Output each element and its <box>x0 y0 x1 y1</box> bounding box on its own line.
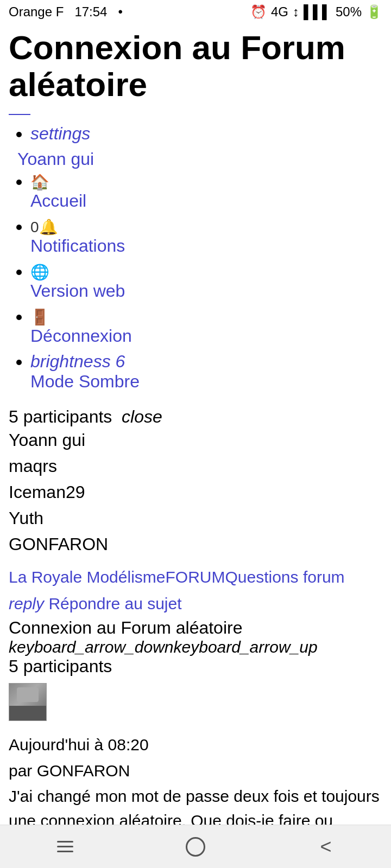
user-profile-link[interactable]: Yoann gui <box>17 149 94 169</box>
brightness-link[interactable]: brightness 6 <box>30 352 382 372</box>
participants-section: 5 participants close Yoann gui maqrs Ice… <box>0 401 391 563</box>
nav-user[interactable]: Yoann gui <box>9 149 382 169</box>
participant-5: GONFARON <box>9 531 382 557</box>
mode-sombre-link[interactable]: Mode Sombre <box>30 372 382 392</box>
nav-back-button[interactable]: < <box>304 831 348 863</box>
settings-link[interactable]: settings <box>30 124 90 143</box>
nav-menu: settings Yoann gui 🏠 Accueil 0🔔 Notifica… <box>0 115 391 401</box>
nav-item-deconnexion[interactable]: 🚪 Déconnexion <box>30 307 382 346</box>
participants-header: 5 participants close <box>9 407 382 427</box>
breadcrumb-link-3[interactable]: Questions forum <box>225 568 344 586</box>
participant-2: maqrs <box>9 453 382 479</box>
carrier-time: Orange F 17:54 • <box>9 4 123 20</box>
thread-title: Connexion au Forum aléatoire <box>9 618 382 638</box>
notifications-icon: 0🔔 <box>30 218 382 236</box>
deconnexion-link[interactable]: Déconnexion <box>30 326 382 346</box>
thread-participants-count: 5 participants <box>9 656 382 676</box>
nav-item-accueil[interactable]: 🏠 Accueil <box>30 171 382 211</box>
post-timestamp: Aujourd'hui à 08:20 <box>9 732 382 758</box>
participant-3: Iceman29 <box>9 479 382 505</box>
status-icons: ⏰ 4G ↕ ▌▌▌ 50% 🔋 <box>250 4 382 20</box>
menu-icon <box>57 841 73 852</box>
reply-link[interactable]: reply Répondre au sujet <box>9 595 182 612</box>
nav-home-button[interactable] <box>174 831 217 863</box>
nav-item-mode-sombre[interactable]: brightness 6 Mode Sombre <box>30 352 382 392</box>
nav-item-notifications[interactable]: 0🔔 Notifications <box>30 216 382 256</box>
thread-info: Connexion au Forum aléatoire keyboard_ar… <box>0 616 391 679</box>
breadcrumb-link-2[interactable]: FORUM <box>165 568 225 586</box>
avatar <box>9 683 47 721</box>
breadcrumb: La Royale ModélismeFORUMQuestions forum <box>0 563 391 591</box>
close-icon: close <box>122 407 162 426</box>
home-icon: 🏠 <box>30 173 382 191</box>
home-circle-icon <box>186 837 205 857</box>
status-bar: Orange F 17:54 • ⏰ 4G ↕ ▌▌▌ 50% 🔋 <box>0 0 391 24</box>
accueil-link[interactable]: Accueil <box>30 191 382 211</box>
back-icon: < <box>320 835 331 858</box>
logout-icon: 🚪 <box>30 308 382 326</box>
thread-nav-icons: keyboard_arrow_downkeyboard_arrow_up <box>9 638 382 656</box>
nav-menu-button[interactable] <box>43 831 87 863</box>
avatar-section <box>0 679 391 730</box>
reply-icon: reply <box>9 595 44 612</box>
version-web-link[interactable]: Version web <box>30 281 382 301</box>
nav-item-version-web[interactable]: 🌐 Version web <box>30 261 382 301</box>
nav-item-settings[interactable]: settings <box>30 124 382 144</box>
notifications-link[interactable]: Notifications <box>30 236 382 256</box>
page-title: Connexion au Forum aléatoire <box>0 24 391 103</box>
reply-section: reply Répondre au sujet <box>0 591 391 616</box>
bottom-nav: < <box>0 825 391 868</box>
breadcrumb-link-1[interactable]: La Royale Modélisme <box>9 568 165 586</box>
web-icon: 🌐 <box>30 263 382 281</box>
post-author: par GONFARON <box>9 758 382 784</box>
participant-4: Yuth <box>9 505 382 531</box>
participant-1: Yoann gui <box>9 427 382 453</box>
